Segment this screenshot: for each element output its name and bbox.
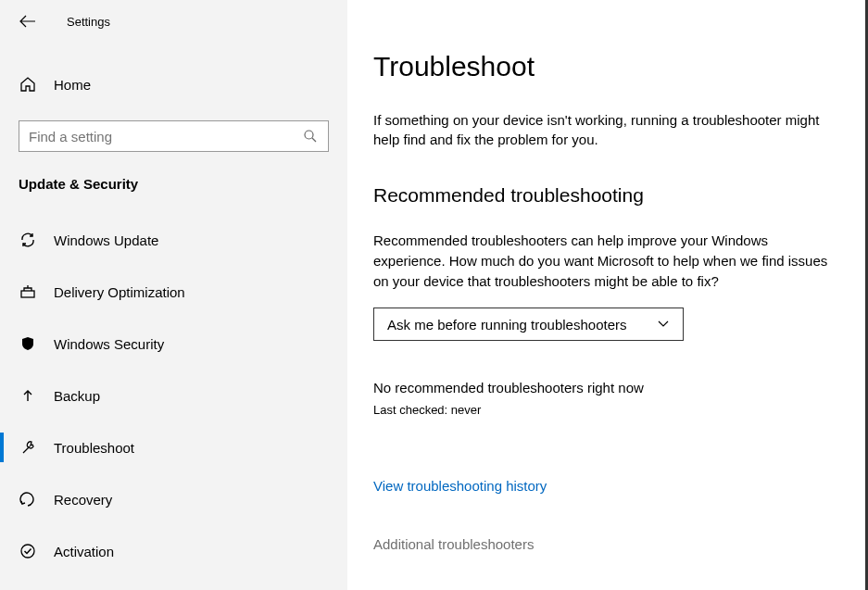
back-button[interactable] [19,12,37,31]
sidebar-item-label: Windows Security [54,336,164,352]
sidebar-item-windows-security[interactable]: Windows Security [0,318,347,370]
sidebar-item-recovery[interactable]: Recovery [0,473,347,525]
checkmark-circle-icon [19,542,37,560]
home-button[interactable]: Home [0,65,347,104]
search-box[interactable] [19,120,329,152]
sidebar-item-label: Windows Update [54,232,158,248]
sidebar-item-label: Troubleshoot [54,440,134,456]
sidebar-item-label: Backup [54,388,100,404]
recommended-text: Recommended troubleshooters can help imp… [373,231,828,291]
svg-rect-2 [21,291,34,297]
frequency-dropdown[interactable]: Ask me before running troubleshooters [373,308,684,341]
search-icon [302,128,319,144]
sidebar-item-troubleshoot[interactable]: Troubleshoot [0,421,347,473]
shield-icon [19,334,37,353]
view-history-link[interactable]: View troubleshooting history [373,478,828,494]
svg-point-3 [21,545,34,558]
sidebar-item-label: Recovery [54,492,112,508]
svg-line-1 [312,138,316,142]
recommended-heading: Recommended troubleshooting [373,184,828,207]
backup-icon [19,386,37,405]
search-input[interactable] [29,129,302,144]
section-label: Update & Security [0,176,347,192]
intro-text: If something on your device isn't workin… [373,110,828,149]
sync-icon [19,231,37,249]
sidebar-item-activation[interactable]: Activation [0,525,347,577]
home-icon [19,75,37,94]
sidebar-item-label: Activation [54,544,114,559]
sidebar-item-windows-update[interactable]: Windows Update [0,214,347,266]
svg-point-0 [305,131,313,139]
last-checked-text: Last checked: never [373,403,828,417]
app-title: Settings [67,15,110,29]
sidebar-item-label: Delivery Optimization [54,284,185,300]
no-recommended-text: No recommended troubleshooters right now [373,380,828,395]
wrench-icon [19,438,37,457]
dropdown-value: Ask me before running troubleshooters [387,317,626,333]
additional-troubleshooters-link[interactable]: Additional troubleshooters [373,536,828,552]
page-title: Troubleshoot [373,51,828,82]
sidebar-item-backup[interactable]: Backup [0,370,347,421]
sidebar-item-delivery-optimization[interactable]: Delivery Optimization [0,266,347,318]
delivery-icon [19,282,37,301]
recovery-icon [19,490,37,508]
home-label: Home [54,77,91,93]
chevron-down-icon [657,318,670,331]
